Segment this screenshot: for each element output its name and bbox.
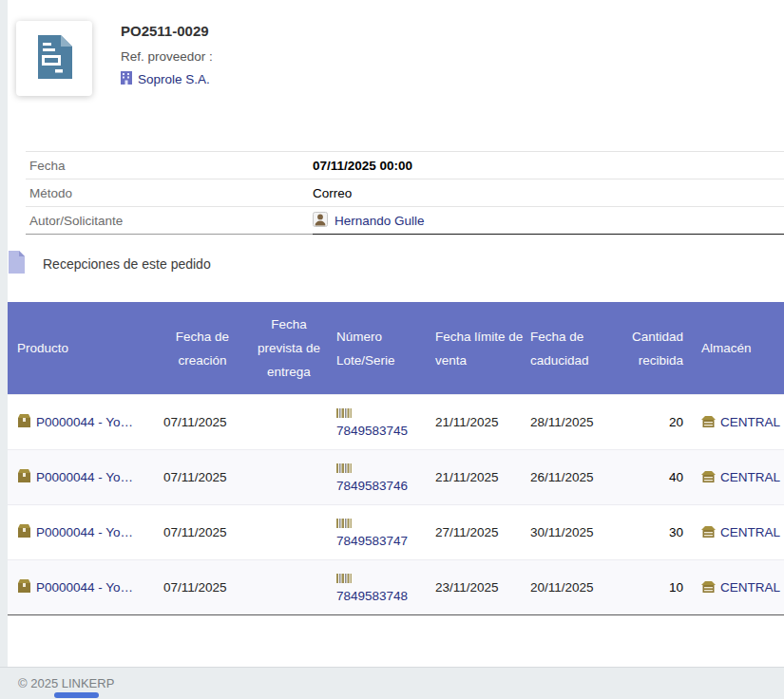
warehouse-link[interactable]: CENTRAL	[720, 470, 780, 484]
supplier-order-document-icon	[34, 34, 74, 83]
expiry-date-cell: 28/11/2025	[528, 415, 623, 429]
supplier-link[interactable]: Soprole S.A.	[138, 72, 210, 86]
table-row: P0000044 - Yo… 07/11/2025 7849583747 27/…	[8, 504, 784, 559]
barcode-icon	[336, 517, 352, 531]
warehouse-link[interactable]: CENTRAL	[720, 580, 780, 595]
page-title: PO2511-0029	[121, 23, 213, 39]
col-header-fecha-prevista[interactable]: Fecha prevista de entrega	[245, 312, 333, 384]
table-row: P0000044 - Yo… 07/11/2025 7849583746 21/…	[8, 449, 784, 504]
section-title: Recepciones de este pedido	[43, 256, 211, 272]
user-icon	[313, 212, 328, 230]
warehouse-link[interactable]: CENTRAL	[720, 525, 780, 539]
field-row-metodo: Método Correo	[26, 179, 784, 207]
field-label: Autor/Solicitante	[26, 207, 313, 235]
qty-received-cell: 40	[623, 470, 684, 484]
package-icon	[17, 579, 31, 595]
expiry-date-cell: 20/11/2025	[528, 580, 623, 595]
footer: © 2025 LINKERP	[0, 667, 784, 699]
author-link[interactable]: Hernando Gulle	[335, 214, 425, 228]
barcode-icon	[336, 462, 352, 476]
package-icon	[17, 414, 31, 430]
sell-by-date-cell: 23/11/2025	[433, 580, 528, 595]
created-date-cell: 07/11/2025	[160, 470, 245, 484]
copyright-text: © 2025 LINKERP	[18, 676, 114, 690]
warehouse-icon	[701, 525, 716, 540]
package-icon	[17, 469, 31, 485]
field-row-autor: Autor/Solicitante Hernando Gulle	[26, 207, 784, 235]
created-date-cell: 07/11/2025	[160, 580, 245, 595]
table-header-row: Producto Fecha de creación Fecha previst…	[8, 302, 784, 394]
document-icon-card	[16, 21, 92, 96]
qty-received-cell: 20	[623, 415, 684, 429]
field-value-metodo: Correo	[313, 179, 784, 207]
col-header-fecha-creacion[interactable]: Fecha de creación	[160, 325, 245, 372]
table-row: P0000044 - Yo… 07/11/2025 7849583745 21/…	[8, 394, 784, 449]
product-link[interactable]: P0000044 - Yo…	[36, 415, 133, 429]
document-icon	[8, 251, 25, 276]
table-row: P0000044 - Yo… 07/11/2025 7849583748 23/…	[8, 559, 784, 615]
col-header-cantidad-recibida[interactable]: Cantidad recibida	[623, 325, 684, 372]
col-header-producto[interactable]: Producto	[8, 336, 160, 360]
col-header-almacen[interactable]: Almacén	[684, 336, 784, 360]
field-label: Método	[26, 179, 313, 207]
field-row-fecha: Fecha 07/11/2025 00:00	[26, 152, 784, 179]
warehouse-icon	[701, 580, 716, 595]
lot-link[interactable]: 7849583747	[336, 534, 408, 548]
product-link[interactable]: P0000044 - Yo…	[36, 525, 133, 539]
created-date-cell: 07/11/2025	[160, 525, 245, 539]
barcode-icon	[336, 572, 352, 586]
col-header-fecha-limite-venta[interactable]: Fecha límite de venta	[433, 325, 528, 372]
col-header-numero-lote[interactable]: Número Lote/Serie	[333, 325, 433, 372]
expiry-date-cell: 30/11/2025	[528, 525, 623, 539]
created-date-cell: 07/11/2025	[160, 415, 245, 429]
qty-received-cell: 30	[623, 525, 684, 539]
field-value-fecha: 07/11/2025 00:00	[313, 152, 784, 179]
sell-by-date-cell: 21/11/2025	[433, 470, 528, 484]
sell-by-date-cell: 27/11/2025	[433, 525, 528, 539]
receptions-section-header: Recepciones de este pedido	[8, 251, 211, 276]
lot-link[interactable]: 7849583745	[336, 424, 408, 438]
product-link[interactable]: P0000044 - Yo…	[36, 580, 133, 595]
col-header-fecha-caducidad[interactable]: Fecha de caducidad	[528, 325, 623, 372]
building-icon	[121, 71, 132, 87]
fields-table: Fecha 07/11/2025 00:00 Método Correo Aut…	[26, 151, 784, 235]
page-header: PO2511-0029 Ref. proveedor : Soprole S.A…	[16, 21, 213, 96]
package-icon	[17, 524, 31, 540]
receptions-table: Producto Fecha de creación Fecha previst…	[8, 302, 784, 615]
product-link[interactable]: P0000044 - Yo…	[36, 470, 133, 484]
ref-proveedor-label: Ref. proveedor :	[121, 49, 213, 64]
warehouse-icon	[701, 470, 716, 485]
warehouse-link[interactable]: CENTRAL	[720, 415, 780, 429]
lot-link[interactable]: 7849583746	[336, 479, 408, 493]
qty-received-cell: 10	[623, 580, 684, 595]
field-label: Fecha	[26, 152, 313, 179]
sell-by-date-cell: 21/11/2025	[433, 415, 528, 429]
expiry-date-cell: 26/11/2025	[528, 470, 623, 484]
barcode-icon	[336, 406, 352, 421]
warehouse-icon	[701, 415, 716, 430]
horizontal-scrollbar-thumb[interactable]	[54, 692, 99, 698]
lot-link[interactable]: 7849583748	[336, 589, 408, 603]
